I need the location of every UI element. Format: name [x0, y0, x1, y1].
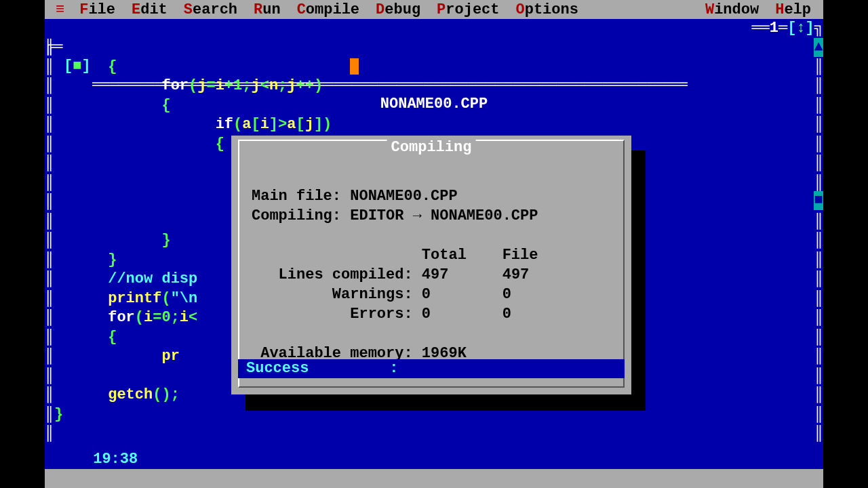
menu-file[interactable]: File — [71, 1, 123, 18]
menu-bar: ≡ File Edit Search Run Compile Debug Pro… — [45, 0, 823, 19]
col-file: File — [502, 247, 538, 264]
col-total: Total — [422, 247, 467, 264]
menu-edit[interactable]: Edit — [123, 1, 176, 18]
menu-debug[interactable]: Debug — [368, 1, 429, 18]
warnings: Warnings: 0 0 — [332, 286, 511, 303]
compiling-label: Compiling: EDITOR → NONAME00.CPP — [252, 207, 538, 224]
menu-window[interactable]: Window — [697, 1, 767, 18]
menu-help[interactable]: Help — [767, 1, 819, 18]
window-number: ══1═[↕]╗ — [751, 19, 823, 38]
system-menu-icon[interactable]: ≡ — [49, 1, 71, 18]
scroll-up-icon[interactable]: ▲ — [814, 38, 823, 57]
compiling-dialog: Compiling Main file: NONAME00.CPP Compil… — [231, 136, 631, 394]
status-bar: F1 Help Alt-F8 Next Msg Alt-F7 Prev Msg … — [45, 469, 823, 488]
menu-search[interactable]: Search — [176, 1, 245, 18]
cursor-position: 19:38 — [84, 450, 146, 469]
main-file-label: Main file: NONAME00.CPP — [252, 188, 458, 205]
errors: Errors: 0 0 — [350, 306, 511, 323]
menu-compile[interactable]: Compile — [289, 1, 368, 18]
menu-run[interactable]: Run — [245, 1, 289, 18]
compile-status: Success : — [238, 359, 625, 378]
text-cursor — [350, 58, 359, 75]
lines-compiled: Lines compiled: 497 497 — [279, 266, 530, 283]
scroll-thumb[interactable]: ■ — [814, 191, 823, 210]
menu-options[interactable]: Options — [508, 1, 587, 18]
menu-project[interactable]: Project — [429, 1, 507, 18]
